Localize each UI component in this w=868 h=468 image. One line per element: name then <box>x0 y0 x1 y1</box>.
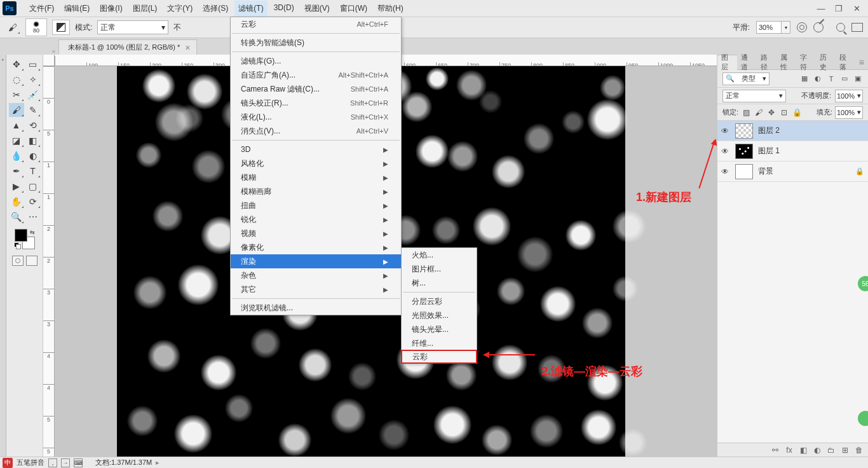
menu-item-flame[interactable]: 火焰... <box>402 248 477 262</box>
menu-item-other[interactable]: 其它▶ <box>231 282 401 296</box>
tab-scroll-left[interactable]: « <box>52 48 58 55</box>
eraser-tool[interactable]: ◪ <box>9 134 24 148</box>
eyedropper-tool[interactable]: 💉 <box>25 88 41 102</box>
menu-item-lens-flare[interactable]: 镜头光晕... <box>402 322 477 336</box>
panel-menu-icon[interactable]: ≡ <box>855 57 868 67</box>
move-tool[interactable]: ✥ <box>9 57 24 71</box>
layer-row[interactable]: 👁 图层 2 <box>717 121 868 141</box>
rotate-view-tool[interactable]: ⟳ <box>25 195 41 209</box>
foreground-color[interactable] <box>15 229 27 242</box>
layer-thumbnail[interactable] <box>735 164 753 179</box>
gradient-tool[interactable]: ◧ <box>25 134 41 148</box>
menu-select[interactable]: 选择(S) <box>199 1 232 17</box>
menu-item-gallery[interactable]: 滤镜库(G)... <box>231 54 401 68</box>
menu-file[interactable]: 文件(F) <box>25 1 58 17</box>
window-close-button[interactable]: ✕ <box>848 2 865 15</box>
lock-transparent-icon[interactable]: ▨ <box>741 107 751 118</box>
ime-punct-icon[interactable]: , <box>48 458 57 467</box>
tab-properties[interactable]: 属性 <box>776 55 796 70</box>
menu-item-video[interactable]: 视频▶ <box>231 226 401 240</box>
menu-item-lighting[interactable]: 光照效果... <box>402 308 477 322</box>
menu-view[interactable]: 视图(V) <box>301 1 334 17</box>
menu-item-adaptive[interactable]: 自适应广角(A)...Alt+Shift+Ctrl+A <box>231 68 401 82</box>
lock-artboard-icon[interactable]: ⊡ <box>779 107 789 118</box>
symmetry-icon[interactable] <box>813 22 824 32</box>
brush-preset-picker[interactable]: 80 <box>25 18 47 36</box>
filter-adjust-icon[interactable]: ◐ <box>813 74 823 84</box>
flow-value-input[interactable]: 30% <box>756 21 782 34</box>
menu-item-render[interactable]: 渲染▶ <box>231 254 401 268</box>
menu-item-camera-raw[interactable]: Camera Raw 滤镜(C)...Shift+Ctrl+A <box>231 82 401 96</box>
opacity-input[interactable]: 100%▾ <box>835 90 863 102</box>
ime-kbd-icon[interactable]: ⌨ <box>74 458 83 467</box>
fx-icon[interactable]: fx <box>784 446 794 455</box>
quickmask-mode-icon[interactable] <box>26 256 37 266</box>
layer-row[interactable]: 👁 背景 🔒 <box>717 162 868 182</box>
menu-item-distort[interactable]: 扭曲▶ <box>231 198 401 212</box>
menu-item-blur-gallery[interactable]: 模糊画廊▶ <box>231 184 401 198</box>
menu-item-lens[interactable]: 镜头校正(R)...Shift+Ctrl+R <box>231 96 401 110</box>
dodge-tool[interactable]: ◐ <box>25 149 41 163</box>
window-maximize-button[interactable]: ❐ <box>830 2 848 15</box>
zoom-tool[interactable]: 🔍 <box>9 210 24 224</box>
hand-tool[interactable]: ✋ <box>9 195 24 209</box>
crop-tool[interactable]: ✂ <box>9 88 24 102</box>
layer-row[interactable]: 👁 图层 1 <box>717 141 868 162</box>
gear-icon[interactable] <box>797 22 807 32</box>
menu-item-clouds[interactable]: 云彩 <box>401 350 477 364</box>
menu-item-stylize[interactable]: 风格化▶ <box>231 156 401 170</box>
lock-position-icon[interactable]: ✥ <box>766 107 776 118</box>
menu-edit[interactable]: 编辑(E) <box>60 1 93 17</box>
standard-mode-icon[interactable] <box>12 256 24 266</box>
document-tab[interactable]: 未标题-1 @ 100% (图层 2, RGB/8) * × <box>58 39 197 55</box>
menu-item-3d[interactable]: 3D▶ <box>231 142 401 156</box>
brush-tool[interactable]: 🖌 <box>9 103 24 117</box>
menu-item-frame[interactable]: 图片框... <box>402 262 477 276</box>
tab-paragraph[interactable]: 段落 <box>836 55 855 70</box>
search-icon[interactable] <box>836 23 845 32</box>
menu-type[interactable]: 文字(Y) <box>163 1 196 17</box>
collapsed-panel-strip[interactable]: ▸ <box>0 55 6 457</box>
tab-history[interactable]: 历史 <box>816 55 836 70</box>
layer-name[interactable]: 图层 1 <box>758 146 864 156</box>
history-brush-tool[interactable]: ⟲ <box>25 118 41 132</box>
menu-image[interactable]: 图像(I) <box>96 1 126 17</box>
filter-pixel-icon[interactable]: ▦ <box>799 74 810 84</box>
group-icon[interactable]: 🗀 <box>826 446 836 455</box>
menu-item-fibers[interactable]: 纤维... <box>402 336 477 350</box>
visibility-eye-icon[interactable]: 👁 <box>721 147 730 156</box>
lasso-tool[interactable]: ◌ <box>9 72 24 86</box>
menu-layer[interactable]: 图层(L) <box>129 1 161 17</box>
filter-type-icon[interactable]: T <box>826 74 836 84</box>
mask-icon[interactable]: ◧ <box>798 446 808 455</box>
flow-dropdown[interactable]: ▾ <box>782 21 790 34</box>
color-swatch[interactable]: ⇆ <box>15 229 35 249</box>
fill-input[interactable]: 100%▾ <box>835 106 863 119</box>
menu-3d[interactable]: 3D(D) <box>270 1 298 17</box>
menu-item-blur[interactable]: 模糊▶ <box>231 170 401 184</box>
visibility-eye-icon[interactable]: 👁 <box>721 127 730 135</box>
lock-image-icon[interactable]: 🖌 <box>754 107 764 118</box>
window-minimize-button[interactable]: — <box>812 2 830 15</box>
path-select-tool[interactable]: ▶ <box>9 179 24 193</box>
menu-window[interactable]: 窗口(W) <box>336 1 371 17</box>
new-layer-icon[interactable]: ⊞ <box>840 446 850 455</box>
layer-thumbnail[interactable] <box>735 144 753 159</box>
menu-item-diff-clouds[interactable]: 分层云彩 <box>402 294 477 308</box>
default-colors-icon[interactable] <box>15 243 21 249</box>
tab-character[interactable]: 字符 <box>796 55 816 70</box>
filter-smart-icon[interactable]: ▣ <box>853 74 863 84</box>
menu-item-last-filter[interactable]: 云彩Alt+Ctrl+F <box>231 17 401 31</box>
lock-all-icon[interactable]: 🔒 <box>792 107 802 118</box>
tab-close-icon[interactable]: × <box>185 43 190 53</box>
filter-shape-icon[interactable]: ▭ <box>839 74 850 84</box>
blur-tool[interactable]: 💧 <box>9 149 24 163</box>
menu-item-liquify[interactable]: 液化(L)...Shift+Ctrl+X <box>231 110 401 124</box>
menu-item-pixelate[interactable]: 像素化▶ <box>231 240 401 254</box>
menu-item-noise[interactable]: 杂色▶ <box>231 268 401 282</box>
layer-name[interactable]: 背景 <box>758 166 850 177</box>
ruler-origin[interactable] <box>43 55 55 66</box>
menu-filter[interactable]: 滤镜(T) <box>234 1 267 17</box>
brush-panel-toggle[interactable] <box>52 20 70 35</box>
tab-layers[interactable]: 图层 <box>717 55 737 70</box>
